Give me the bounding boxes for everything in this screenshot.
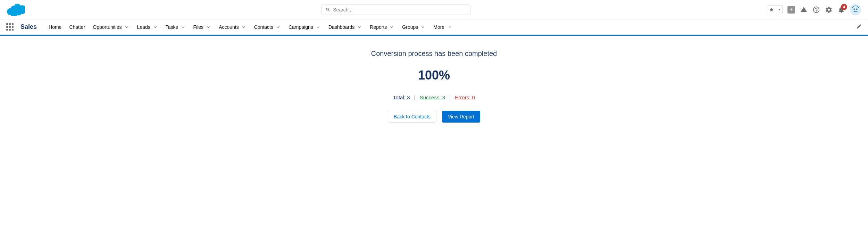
nav-item-contacts[interactable]: Contacts [251,21,284,33]
separator: | [449,94,451,100]
chevron-down-icon [206,24,211,30]
pencil-icon [856,24,862,29]
nav-item-more[interactable]: More [430,21,456,33]
nav-item-label: Opportunities [93,24,122,30]
search-input[interactable] [333,7,466,13]
nav-item-label: Tasks [166,24,178,30]
nav-item-home[interactable]: Home [45,21,65,33]
chevron-down-icon [180,24,186,30]
salesforce-logo[interactable] [7,3,25,16]
app-name: Sales [20,23,37,31]
nav-item-label: Groups [402,24,418,30]
total-link[interactable]: Total: 3 [393,94,410,100]
nav-item-label: Files [193,24,204,30]
chevron-down-icon [241,24,247,30]
nav-item-campaigns[interactable]: Campaigns [285,21,324,33]
main-content: Conversion process has been completed 10… [0,36,868,136]
view-report-button[interactable]: View Report [442,111,480,123]
star-icon [767,6,776,14]
nav-item-label: Chatter [69,24,85,30]
nav-item-label: More [433,24,444,30]
gear-icon [825,6,833,14]
plus-icon [787,6,795,14]
svg-point-0 [850,5,861,15]
nav-item-label: Contacts [254,24,273,30]
header-actions: 4 [767,4,861,15]
help-button[interactable] [812,6,820,14]
search-container [25,5,767,15]
chevron-down-icon [275,24,281,30]
nav-item-leads[interactable]: Leads [134,21,161,33]
chevron-down-icon [315,24,321,30]
nav-item-accounts[interactable]: Accounts [215,21,250,33]
app-nav-bar: Sales HomeChatterOpportunitiesLeadsTasks… [0,19,868,35]
setup-button[interactable] [825,6,833,14]
errors-link[interactable]: Errors: 0 [455,94,475,100]
nav-item-files[interactable]: Files [190,21,215,33]
chevron-down-icon [152,24,158,30]
nav-item-label: Campaigns [289,24,313,30]
nav-item-label: Accounts [219,24,239,30]
separator: | [414,94,416,100]
notifications-button[interactable]: 4 [837,6,845,14]
favorites-button[interactable] [767,5,783,14]
chevron-down-icon [389,24,394,30]
nav-item-reports[interactable]: Reports [366,21,398,33]
success-link[interactable]: Success: 3 [420,94,445,100]
status-title: Conversion process has been completed [7,50,861,58]
global-header: 4 [0,0,868,19]
trailhead-icon [800,6,808,14]
global-search[interactable] [321,5,470,15]
nav-item-tasks[interactable]: Tasks [162,21,189,33]
nav-item-groups[interactable]: Groups [399,21,429,33]
back-to-contacts-button[interactable]: Back to Contacts [388,111,436,123]
nav-item-label: Leads [137,24,150,30]
progress-percent: 100% [7,68,861,83]
trailhead-button[interactable] [800,6,808,14]
nav-item-label: Reports [370,24,387,30]
caret-down-icon [776,6,782,14]
nav-items: HomeChatterOpportunitiesLeadsTasksFilesA… [45,21,856,33]
user-avatar[interactable] [850,4,861,15]
nav-item-dashboards[interactable]: Dashboards [325,21,366,33]
global-actions-button[interactable] [787,6,795,14]
action-buttons: Back to Contacts View Report [7,111,861,123]
search-icon [326,7,330,12]
avatar-image [850,4,861,15]
stats-row: Total: 3 | Success: 3 | Errors: 0 [7,94,861,100]
chevron-down-icon [357,24,362,30]
nav-item-label: Dashboards [328,24,355,30]
edit-nav-button[interactable] [856,24,862,31]
svg-point-1 [853,8,855,10]
nav-item-opportunities[interactable]: Opportunities [89,21,133,33]
nav-item-chatter[interactable]: Chatter [66,21,89,33]
question-icon [812,6,820,14]
caret-down-icon [447,24,453,30]
notification-count-badge: 4 [841,4,847,10]
chevron-down-icon [124,24,130,30]
svg-point-2 [856,8,858,10]
chevron-down-icon [420,24,426,30]
app-launcher-button[interactable] [6,23,14,31]
nav-item-label: Home [49,24,61,30]
